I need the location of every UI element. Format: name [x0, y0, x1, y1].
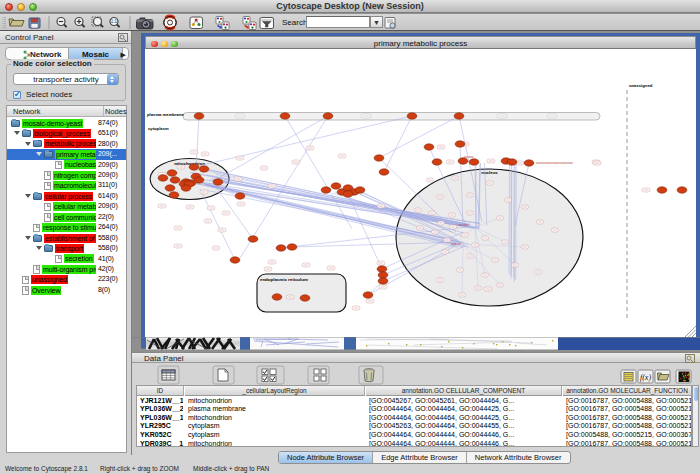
svg-text:cytoplasm: cytoplasm	[148, 126, 169, 131]
svg-text:unassigned: unassigned	[629, 83, 653, 88]
svg-text:f(x): f(x)	[640, 373, 651, 382]
svg-text:oxo oxxo: oxo oxxo	[458, 224, 469, 227]
svg-text:endoplasmic reticulum: endoplasmic reticulum	[260, 277, 308, 282]
svg-text:1:1: 1:1	[111, 19, 118, 24]
svg-text:ooxxooxoooxxoooxoxoooxo: ooxxooxoooxxoooxoxoooxo	[536, 161, 573, 165]
svg-text:xoxo oox: xoxo oox	[451, 243, 462, 246]
svg-text:mitochondrion: mitochondrion	[174, 161, 205, 166]
svg-text:nucleus: nucleus	[481, 170, 498, 175]
svg-text:plasma membrane: plasma membrane	[147, 112, 184, 117]
